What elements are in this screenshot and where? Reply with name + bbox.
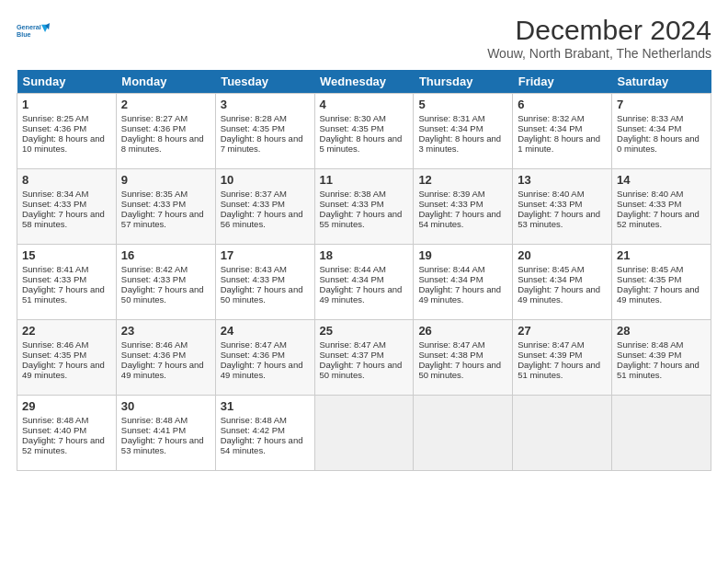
cell-2-1: 8Sunrise: 8:34 AMSunset: 4:33 PMDaylight… [17,169,117,245]
cell-text: Sunrise: 8:48 AM [121,415,210,425]
cell-text: Sunrise: 8:45 AM [617,264,706,274]
day-number: 6 [518,98,607,111]
cell-text: Daylight: 8 hours and 0 minutes. [617,133,706,154]
day-number: 9 [121,173,210,187]
day-number: 5 [418,98,507,111]
header: GeneralBlue December 2024 Wouw, North Br… [17,15,711,61]
day-number: 18 [320,248,409,262]
cell-text: Sunset: 4:39 PM [617,350,706,360]
cell-text: Daylight: 7 hours and 50 minutes. [418,360,507,380]
cell-text: Sunset: 4:38 PM [418,350,507,360]
cell-text: Daylight: 7 hours and 50 minutes. [320,360,409,380]
logo-icon: GeneralBlue [17,15,50,48]
day-number: 7 [617,98,706,111]
cell-text: Sunrise: 8:48 AM [617,339,706,350]
day-number: 3 [221,98,310,111]
cell-text: Sunrise: 8:42 AM [121,264,210,274]
cell-1-1: 1Sunrise: 8:25 AMSunset: 4:36 PMDaylight… [17,94,117,169]
cell-3-4: 18Sunrise: 8:44 AMSunset: 4:34 PMDayligh… [314,245,414,320]
cell-text: Sunrise: 8:47 AM [518,339,607,350]
cell-text: Sunset: 4:36 PM [121,123,210,133]
day-number: 26 [418,324,507,338]
cell-text: Sunset: 4:36 PM [22,123,111,133]
col-monday: Monday [116,70,215,94]
cell-text: Sunrise: 8:46 AM [121,339,210,350]
day-number: 11 [320,173,409,187]
cell-text: Daylight: 7 hours and 50 minutes. [121,284,210,304]
day-number: 1 [22,98,111,111]
col-tuesday: Tuesday [215,70,314,94]
cell-4-4: 25Sunrise: 8:47 AMSunset: 4:37 PMDayligh… [314,320,414,396]
cell-text: Daylight: 7 hours and 54 minutes. [418,209,507,229]
cell-text: Sunset: 4:39 PM [518,350,607,360]
cell-text: Daylight: 7 hours and 49 minutes. [617,284,706,304]
week-row-3: 15Sunrise: 8:41 AMSunset: 4:33 PMDayligh… [17,245,711,320]
cell-text: Sunset: 4:35 PM [22,350,111,360]
day-number: 13 [518,173,607,187]
cell-text: Sunrise: 8:25 AM [22,113,111,123]
cell-5-3: 31Sunrise: 8:48 AMSunset: 4:42 PMDayligh… [215,396,314,471]
cell-text: Sunset: 4:33 PM [518,199,607,209]
cell-text: Sunrise: 8:32 AM [518,113,607,123]
cell-text: Sunset: 4:33 PM [22,274,111,284]
cell-1-2: 2Sunrise: 8:27 AMSunset: 4:36 PMDaylight… [116,94,215,169]
week-row-5: 29Sunrise: 8:48 AMSunset: 4:40 PMDayligh… [17,396,711,471]
cell-text: Sunrise: 8:48 AM [22,415,111,425]
cell-text: Sunrise: 8:35 AM [121,189,210,199]
cell-text: Daylight: 7 hours and 53 minutes. [518,209,607,229]
week-row-1: 1Sunrise: 8:25 AMSunset: 4:36 PMDaylight… [17,94,711,169]
day-number: 30 [121,399,210,413]
day-number: 17 [221,248,310,262]
cell-3-7: 21Sunrise: 8:45 AMSunset: 4:35 PMDayligh… [612,245,711,320]
cell-text: Daylight: 7 hours and 53 minutes. [121,435,210,455]
day-number: 22 [22,324,111,338]
day-number: 29 [22,399,111,413]
cell-text: Daylight: 7 hours and 57 minutes. [121,209,210,229]
cell-text: Daylight: 7 hours and 55 minutes. [320,209,409,229]
cell-text: Sunrise: 8:41 AM [22,264,111,274]
cell-text: Sunset: 4:34 PM [617,123,706,133]
cell-text: Sunrise: 8:38 AM [320,189,409,199]
cell-4-7: 28Sunrise: 8:48 AMSunset: 4:39 PMDayligh… [612,320,711,396]
day-number: 25 [320,324,409,338]
cell-2-3: 10Sunrise: 8:37 AMSunset: 4:33 PMDayligh… [215,169,314,245]
cell-text: Daylight: 7 hours and 52 minutes. [617,209,706,229]
cell-text: Sunset: 4:34 PM [418,123,507,133]
day-number: 15 [22,248,111,262]
cell-text: Sunset: 4:34 PM [518,123,607,133]
day-number: 10 [221,173,310,187]
cell-5-2: 30Sunrise: 8:48 AMSunset: 4:41 PMDayligh… [116,396,215,471]
cell-text: Daylight: 7 hours and 49 minutes. [221,360,310,380]
cell-text: Daylight: 7 hours and 49 minutes. [418,284,507,304]
col-sunday: Sunday [17,70,117,94]
cell-text: Sunset: 4:35 PM [617,274,706,284]
cell-1-7: 7Sunrise: 8:33 AMSunset: 4:34 PMDaylight… [612,94,711,169]
day-number: 20 [518,248,607,262]
day-number: 19 [418,248,507,262]
col-thursday: Thursday [414,70,513,94]
cell-text: Sunset: 4:33 PM [418,199,507,209]
cell-text: Sunset: 4:33 PM [121,274,210,284]
cell-text: Sunset: 4:33 PM [221,199,310,209]
day-number: 12 [418,173,507,187]
cell-text: Sunset: 4:36 PM [121,350,210,360]
cell-text: Daylight: 7 hours and 51 minutes. [617,360,706,380]
cell-text: Sunrise: 8:47 AM [320,339,409,350]
cell-3-5: 19Sunrise: 8:44 AMSunset: 4:34 PMDayligh… [414,245,513,320]
cell-text: Sunrise: 8:48 AM [221,415,310,425]
day-number: 28 [617,324,706,338]
cell-1-4: 4Sunrise: 8:30 AMSunset: 4:35 PMDaylight… [314,94,414,169]
day-number: 8 [22,173,111,187]
cell-2-2: 9Sunrise: 8:35 AMSunset: 4:33 PMDaylight… [116,169,215,245]
cell-text: Daylight: 7 hours and 58 minutes. [22,209,111,229]
svg-text:Blue: Blue [17,30,31,39]
cell-2-4: 11Sunrise: 8:38 AMSunset: 4:33 PMDayligh… [314,169,414,245]
cell-text: Daylight: 8 hours and 1 minute. [518,133,607,154]
day-number: 21 [617,248,706,262]
calendar-table: Sunday Monday Tuesday Wednesday Thursday… [17,70,711,471]
cell-5-6 [513,396,612,471]
title-block: December 2024 Wouw, North Brabant, The N… [487,15,711,61]
cell-text: Sunrise: 8:44 AM [320,264,409,274]
cell-5-1: 29Sunrise: 8:48 AMSunset: 4:40 PMDayligh… [17,396,117,471]
week-row-2: 8Sunrise: 8:34 AMSunset: 4:33 PMDaylight… [17,169,711,245]
